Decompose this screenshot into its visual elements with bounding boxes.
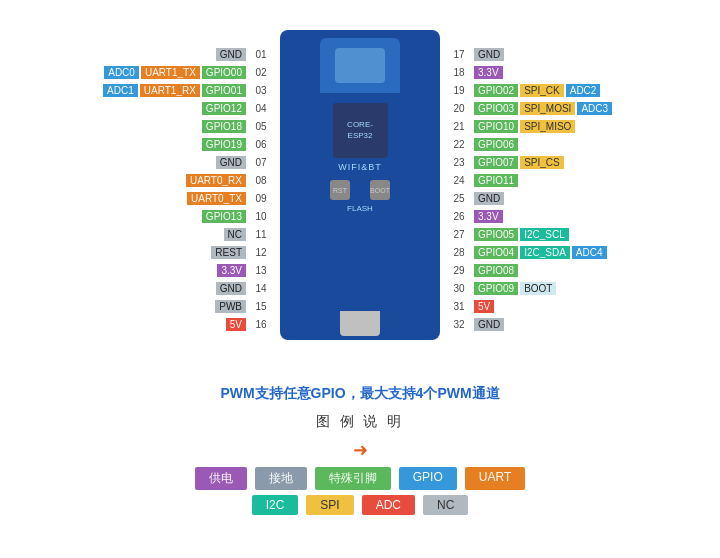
left-pin-row-03: ADC1UART1_RXGPIO0103	[0, 81, 270, 99]
label-gnd: GND	[216, 156, 246, 169]
label-adc2: ADC2	[566, 84, 601, 97]
legend-item-特殊引脚: 特殊引脚	[315, 467, 391, 490]
label-uart0tx: UART0_TX	[187, 192, 246, 205]
label-adc3: ADC3	[577, 102, 612, 115]
label-gpio05: GPIO05	[474, 228, 518, 241]
label-uart1tx: UART1_TX	[141, 66, 200, 79]
label-gpio03: GPIO03	[474, 102, 518, 115]
right-pin-row-20: 20GPIO03SPI_MOSIADC3	[450, 99, 720, 117]
label-33v: 3.3V	[474, 66, 503, 79]
right-pin-row-18: 183.3V	[450, 63, 720, 81]
legend-item-GPIO: GPIO	[399, 467, 457, 490]
pin-num-01: 01	[252, 49, 270, 60]
label-spimosi: SPI_MOSI	[520, 102, 575, 115]
right-pin-row-19: 19GPIO02SPI_CKADC2	[450, 81, 720, 99]
left-pin-row-01: GND01	[0, 45, 270, 63]
pin-num-14: 14	[252, 283, 270, 294]
label-uart0rx: UART0_RX	[186, 174, 246, 187]
label-gpio02: GPIO02	[474, 84, 518, 97]
left-pin-row-11: NC11	[0, 225, 270, 243]
label-spimiso: SPI_MISO	[520, 120, 575, 133]
right-pin-row-31: 315V	[450, 297, 720, 315]
legend-item-ADC: ADC	[362, 495, 415, 515]
right-pin-row-26: 263.3V	[450, 207, 720, 225]
right-pin-row-29: 29GPIO08	[450, 261, 720, 279]
label-5v: 5V	[474, 300, 494, 313]
left-pin-row-16: 5V16	[0, 315, 270, 333]
label-adc1: ADC1	[103, 84, 138, 97]
label-gpio01: GPIO01	[202, 84, 246, 97]
board-wifi-label: WIFI&BT	[338, 162, 382, 172]
label-rest: REST	[211, 246, 246, 259]
label-boot: BOOT	[520, 282, 556, 295]
legend-item-NC: NC	[423, 495, 468, 515]
label-gnd: GND	[216, 48, 246, 61]
label-gpio07: GPIO07	[474, 156, 518, 169]
label-nc: NC	[224, 228, 246, 241]
left-pin-row-13: 3.3V13	[0, 261, 270, 279]
label-adc4: ADC4	[572, 246, 607, 259]
pin-num-07: 07	[252, 157, 270, 168]
pin-num-09: 09	[252, 193, 270, 204]
pin-num-02: 02	[252, 67, 270, 78]
legend-item-接地: 接地	[255, 467, 307, 490]
pin-num-21: 21	[450, 121, 468, 132]
right-labels: 17GND183.3V19GPIO02SPI_CKADC220GPIO03SPI…	[450, 45, 720, 333]
right-pin-row-30: 30GPIO09BOOT	[450, 279, 720, 297]
label-gpio04: GPIO04	[474, 246, 518, 259]
right-pin-row-32: 32GND	[450, 315, 720, 333]
label-spics: SPI_CS	[520, 156, 564, 169]
right-pin-row-17: 17GND	[450, 45, 720, 63]
label-gpio12: GPIO12	[202, 102, 246, 115]
pin-num-11: 11	[252, 229, 270, 240]
left-pin-row-08: UART0_RX08	[0, 171, 270, 189]
label-pwb: PWB	[215, 300, 246, 313]
boot-button: BOOT	[370, 180, 390, 200]
pin-num-08: 08	[252, 175, 270, 186]
pin-num-12: 12	[252, 247, 270, 258]
left-pin-row-04: GPIO1204	[0, 99, 270, 117]
pin-num-25: 25	[450, 193, 468, 204]
label-5v: 5V	[226, 318, 246, 331]
pin-num-18: 18	[450, 67, 468, 78]
pin-num-32: 32	[450, 319, 468, 330]
label-spick: SPI_CK	[520, 84, 564, 97]
pin-num-20: 20	[450, 103, 468, 114]
pin-num-16: 16	[252, 319, 270, 330]
label-i2cscl: I2C_SCL	[520, 228, 569, 241]
diagram-area: GND01ADC0UART1_TXGPIO0002ADC1UART1_RXGPI…	[0, 0, 720, 380]
left-pin-row-12: REST12	[0, 243, 270, 261]
label-gpio13: GPIO13	[202, 210, 246, 223]
label-gpio18: GPIO18	[202, 120, 246, 133]
label-gpio06: GPIO06	[474, 138, 518, 151]
board-buttons: RST BOOT	[330, 180, 390, 200]
label-gpio00: GPIO00	[202, 66, 246, 79]
label-i2csda: I2C_SDA	[520, 246, 570, 259]
label-gpio11: GPIO11	[474, 174, 518, 187]
pin-num-30: 30	[450, 283, 468, 294]
pin-num-10: 10	[252, 211, 270, 222]
boot-label: BOOT	[370, 187, 390, 194]
pin-num-27: 27	[450, 229, 468, 240]
right-pin-row-25: 25GND	[450, 189, 720, 207]
pin-num-19: 19	[450, 85, 468, 96]
left-pin-row-05: GPIO1805	[0, 117, 270, 135]
pin-num-31: 31	[450, 301, 468, 312]
legend-row-1: I2CSPIADCNC	[0, 495, 720, 515]
pin-num-15: 15	[252, 301, 270, 312]
left-pin-row-14: GND14	[0, 279, 270, 297]
right-pin-row-28: 28GPIO04I2C_SDAADC4	[450, 243, 720, 261]
right-pin-row-27: 27GPIO05I2C_SCL	[450, 225, 720, 243]
legend-row-0: 供电接地特殊引脚GPIOUART	[0, 467, 720, 490]
pin-num-24: 24	[450, 175, 468, 186]
pin-num-17: 17	[450, 49, 468, 60]
pin-num-04: 04	[252, 103, 270, 114]
label-gnd: GND	[474, 318, 504, 331]
label-33v: 3.3V	[474, 210, 503, 223]
pin-num-22: 22	[450, 139, 468, 150]
left-pin-row-07: GND07	[0, 153, 270, 171]
left-pin-row-15: PWB15	[0, 297, 270, 315]
rst-label: RST	[333, 187, 347, 194]
right-pin-row-21: 21GPIO10SPI_MISO	[450, 117, 720, 135]
right-pin-row-23: 23GPIO07SPI_CS	[450, 153, 720, 171]
